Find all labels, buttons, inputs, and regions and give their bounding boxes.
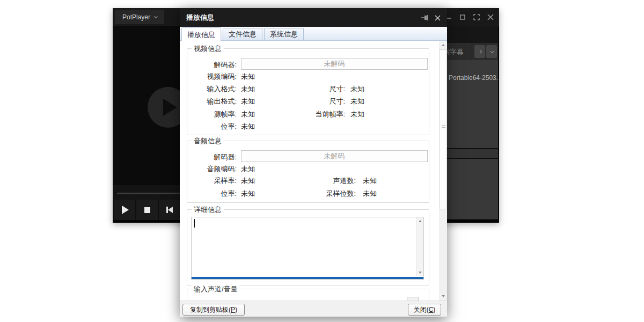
video-info-group: 视频信息 解码器: 未解码 视频编码: 未知 输入格式: 未知 尺寸: 未知 输… <box>187 48 429 135</box>
info-row: 音频编码: 未知 <box>193 165 427 173</box>
chevron-down-icon <box>490 49 494 53</box>
audio-info-group: 音频信息 解码器: 未解码 音频编码: 未知 采样率: 未知 声道数: 未知 位… <box>187 141 429 203</box>
close-window-button[interactable] <box>486 13 495 21</box>
info-label: 源帧率: <box>193 110 237 119</box>
dialog-title: 播放信息 <box>186 8 214 27</box>
playlist-list: Portable64-2503... <box>447 60 498 148</box>
info-value: 未知 <box>241 110 255 119</box>
close-button-label: 关闭( <box>414 305 429 314</box>
decoder-label: 解码器: <box>193 61 237 69</box>
stop-icon <box>144 207 150 213</box>
copy-to-clipboard-button[interactable]: 复制到剪贴板(P) <box>182 304 245 316</box>
info-value: 未知 <box>241 189 255 198</box>
potplayer-menu-label: PotPlayer <box>122 13 150 21</box>
close-icon <box>487 14 494 20</box>
subtitle-toolbar: 搜索字幕 <box>447 43 498 60</box>
scroll-down-icon <box>419 272 422 274</box>
dialog-titlebar[interactable]: 播放信息 <box>180 8 447 27</box>
decoder-label: 解码器: <box>193 153 237 162</box>
dialog-scrollbar[interactable] <box>439 41 447 301</box>
detail-info-group: 详细信息 <box>187 209 429 286</box>
info-label: 位率: <box>193 122 237 131</box>
detail-textarea[interactable] <box>191 217 424 280</box>
copy-button-label: 复制到剪贴板( <box>190 305 231 314</box>
scroll-up-button[interactable] <box>417 217 423 224</box>
potplayer-menu-button[interactable]: PotPlayer <box>115 10 164 24</box>
window-controls <box>444 8 495 26</box>
scrollbar-thumb[interactable] <box>439 49 447 209</box>
horizontal-scrollbar[interactable] <box>192 277 423 279</box>
info-row: 输出格式: 未知 尺寸: 未知 <box>193 97 427 106</box>
info-value: 未知 <box>241 165 255 173</box>
info-label: 采样位数: <box>273 189 356 198</box>
tab-playback-info[interactable]: 播放信息 <box>181 27 221 41</box>
scroll-down-button[interactable] <box>439 292 447 301</box>
playlist-panel: 搜索字幕 Portable64-2503... <box>447 26 498 220</box>
audio-info-group-title: 音频信息 <box>192 137 224 145</box>
info-value: 未知 <box>241 177 255 185</box>
info-row: 视频编码: 未知 <box>193 72 427 81</box>
info-value: 未知 <box>350 85 364 93</box>
info-value: 未知 <box>363 177 377 185</box>
play-icon <box>163 99 177 116</box>
input-volume-group-title: 输入声道/音量 <box>192 285 240 293</box>
dialog-body: 视频信息 解码器: 未解码 视频编码: 未知 输入格式: 未知 尺寸: 未知 输… <box>180 41 447 301</box>
info-label: 采样率: <box>193 177 237 185</box>
previous-icon <box>166 207 173 213</box>
scroll-up-icon <box>419 220 422 222</box>
fullscreen-button[interactable] <box>472 13 481 21</box>
info-value: 未知 <box>241 85 255 93</box>
audio-decoder-field[interactable]: 未解码 <box>241 150 428 162</box>
playlist-next-button[interactable] <box>474 45 485 58</box>
info-label: 尺寸: <box>273 85 345 93</box>
video-decoder-field[interactable]: 未解码 <box>241 58 428 70</box>
maximize-button[interactable] <box>458 13 467 21</box>
info-value: 未知 <box>241 72 255 81</box>
detail-scrollbar[interactable] <box>416 217 423 276</box>
scroll-down-button[interactable] <box>417 269 423 276</box>
info-label: 音频编码: <box>193 165 237 173</box>
playlist-item[interactable]: Portable64-2503... <box>449 74 498 82</box>
playback-info-dialog: 播放信息 播放信息 文件信息 系统信息 视频信息 解码器: 未解码 <box>180 8 447 317</box>
playlist-list-lower <box>447 159 498 219</box>
close-button[interactable]: 关闭(C) <box>408 304 441 316</box>
previous-icon-triangle <box>168 207 173 213</box>
info-label: 视频编码: <box>193 72 237 81</box>
tab-file-info[interactable]: 文件信息 <box>223 28 262 40</box>
dialog-close-button[interactable] <box>433 13 442 22</box>
info-row: 输入格式: 未知 尺寸: 未知 <box>193 85 427 93</box>
stop-button[interactable] <box>136 200 158 220</box>
info-value: 未知 <box>241 97 255 106</box>
play-icon <box>122 206 129 214</box>
dialog-tabstrip: 播放信息 文件信息 系统信息 <box>180 27 447 41</box>
info-row: 源帧率: 未知 当前帧率: 未知 <box>193 110 427 119</box>
info-value: 未知 <box>241 122 255 131</box>
copy-button-label-end: ) <box>235 306 237 313</box>
info-value: 未知 <box>350 110 364 119</box>
tab-system-info[interactable]: 系统信息 <box>264 28 304 40</box>
info-label: 输入格式: <box>193 85 237 93</box>
toolbar-divider <box>471 43 471 60</box>
close-button-mnemonic: C <box>429 306 434 313</box>
info-label: 输出格式: <box>193 97 237 106</box>
info-label: 声道数: <box>273 177 356 185</box>
copy-button-mnemonic: P <box>231 306 235 313</box>
playlist-dropdown-button[interactable] <box>486 45 497 58</box>
maximize-icon <box>459 14 466 20</box>
scrollbar-grip <box>442 125 445 128</box>
chevron-right-icon <box>478 49 481 53</box>
scroll-up-icon <box>442 44 445 46</box>
video-info-group-title: 视频信息 <box>192 45 224 53</box>
detail-info-group-title: 详细信息 <box>192 206 224 214</box>
dialog-button-bar: 复制到剪贴板(P) 关闭(C) <box>180 301 447 317</box>
info-label: 当前帧率: <box>273 110 345 119</box>
info-label: 尺寸: <box>273 97 345 106</box>
play-button[interactable] <box>114 200 135 220</box>
volume-meter-control[interactable] <box>407 297 419 301</box>
previous-button[interactable] <box>159 200 180 220</box>
scroll-down-icon <box>442 295 445 297</box>
scroll-up-button[interactable] <box>439 41 447 49</box>
pin-button[interactable] <box>420 13 429 22</box>
close-icon <box>435 15 441 21</box>
input-volume-group: 输入声道/音量 <box>187 289 429 301</box>
